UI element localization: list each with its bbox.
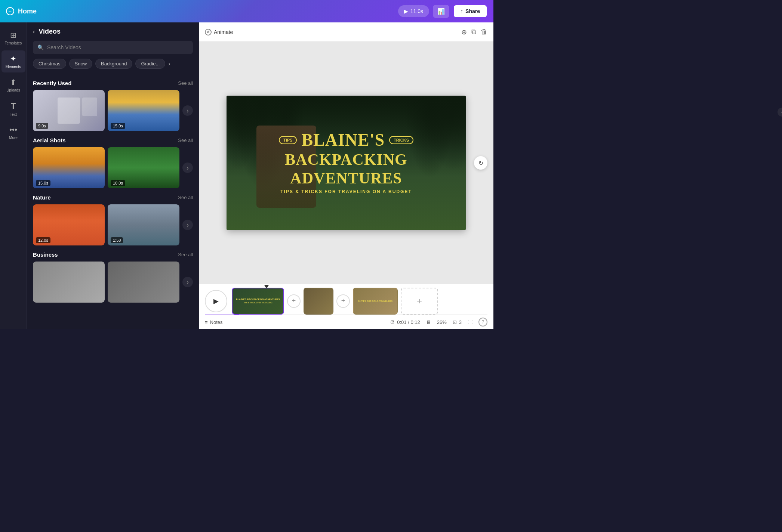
notes-button[interactable]: ≡ Notes bbox=[205, 319, 223, 325]
slides-icon: ⊡ bbox=[453, 319, 457, 325]
clip-1-subtitle: TIPS & TRICKS FOR TRAVELING bbox=[243, 301, 273, 304]
video-thumb-fog[interactable]: 1:58 bbox=[108, 204, 179, 245]
sidebar-item-elements[interactable]: ✦ Elements bbox=[1, 50, 25, 72]
video-duration-office: 9.0s bbox=[36, 123, 48, 129]
clips-track: BLAINE'S BACKPACKING ADVENTURES TIPS & T… bbox=[227, 288, 493, 315]
sidebar-templates-label: Templates bbox=[5, 41, 22, 45]
panel-back-button[interactable]: ‹ bbox=[33, 28, 35, 35]
animate-button[interactable]: ↺ Animate bbox=[205, 29, 233, 35]
sidebar-more-label: More bbox=[9, 136, 18, 140]
zoom-display[interactable]: 26% bbox=[437, 319, 447, 325]
notes-icon: ≡ bbox=[205, 319, 208, 325]
see-all-business[interactable]: See all bbox=[178, 252, 193, 257]
fullscreen-icon: ⛶ bbox=[468, 319, 472, 325]
aerial-next-arrow[interactable]: › bbox=[182, 163, 193, 173]
clip-3[interactable]: 10 TIPS FOR SOLO TRAVELERS bbox=[353, 288, 398, 315]
add-page-button[interactable]: ⊕ bbox=[461, 28, 467, 36]
delete-button[interactable]: 🗑 bbox=[481, 28, 487, 36]
see-all-aerial[interactable]: See all bbox=[178, 137, 193, 143]
recently-used-next-arrow[interactable]: › bbox=[182, 105, 193, 116]
refresh-button[interactable]: ↻ bbox=[474, 156, 487, 170]
clip-1[interactable]: BLAINE'S BACKPACKING ADVENTURES TIPS & T… bbox=[232, 288, 284, 315]
topbar-right: ▶ 11.0s 📊 ↑ Share bbox=[398, 4, 487, 18]
video-thumb-office[interactable]: 9.0s bbox=[33, 90, 105, 131]
timer-value: 0:01 / 0:12 bbox=[397, 319, 420, 325]
sidebar-item-text[interactable]: T Text bbox=[1, 98, 25, 120]
section-header-business: Business See all bbox=[33, 251, 193, 258]
preview-container[interactable]: TIPS BLAINE'S TRICKS BACKPACKING ADVENTU… bbox=[227, 96, 466, 230]
tag-snow[interactable]: Snow bbox=[69, 59, 93, 69]
search-icon: 🔍 bbox=[37, 44, 44, 50]
slides-count[interactable]: ⊡ 3 bbox=[453, 319, 462, 325]
section-title-recently-used: Recently Used bbox=[33, 80, 71, 86]
clip-2[interactable] bbox=[304, 288, 333, 315]
zoom-value: 26% bbox=[437, 319, 447, 325]
share-button[interactable]: ↑ Share bbox=[453, 4, 487, 18]
video-thumb-aerial-forest[interactable]: 10.0s bbox=[108, 147, 179, 188]
topbar: ← Home ▶ 11.0s 📊 ↑ Share bbox=[0, 0, 493, 22]
home-button[interactable]: ← Home bbox=[6, 7, 37, 15]
monitor-icon-glyph: 🖥 bbox=[426, 319, 431, 325]
clip-3-label: 10 TIPS FOR SOLO TRAVELERS bbox=[357, 299, 394, 304]
preview-background: TIPS BLAINE'S TRICKS BACKPACKING ADVENTU… bbox=[227, 96, 466, 230]
tags-more-arrow[interactable]: › bbox=[168, 61, 170, 67]
tag-background[interactable]: Background bbox=[95, 59, 132, 69]
video-duration-fog: 1:58 bbox=[111, 237, 123, 243]
see-all-nature[interactable]: See all bbox=[178, 195, 193, 200]
chart-button[interactable]: 📊 bbox=[433, 5, 449, 18]
monitor-icon[interactable]: 🖥 bbox=[426, 319, 431, 325]
videos-panel: ‹ Videos 🔍 Christmas Snow Background Gra… bbox=[27, 22, 199, 329]
section-title-business: Business bbox=[33, 251, 58, 258]
tips-tricks-row: TIPS BLAINE'S TRICKS bbox=[279, 132, 413, 149]
help-button[interactable]: ? bbox=[478, 318, 487, 327]
tag-christmas[interactable]: Christmas bbox=[33, 59, 66, 69]
clip-3-content: 10 TIPS FOR SOLO TRAVELERS bbox=[354, 288, 397, 314]
add-between-clips-1[interactable]: + bbox=[287, 294, 301, 308]
text-icon: T bbox=[11, 101, 16, 111]
sidebar-item-uploads[interactable]: ⬆ Uploads bbox=[1, 74, 25, 96]
clip-2-content bbox=[304, 288, 333, 314]
timeline: ▶ BLAINE'S BACKPACKING ADVENTURES TIPS &… bbox=[199, 284, 493, 329]
preview-subtitle: TIPS & TRICKS FOR TRAVELING ON A BUDGET bbox=[280, 189, 412, 194]
tricks-pill: TRICKS bbox=[389, 136, 413, 144]
play-duration: 11.0s bbox=[410, 8, 423, 14]
animate-label: Animate bbox=[214, 29, 233, 35]
video-thumb-business-2[interactable] bbox=[108, 262, 179, 303]
tag-gradient[interactable]: Gradie... bbox=[135, 59, 165, 69]
sidebar-item-more[interactable]: ••• More bbox=[1, 122, 25, 143]
sidebar-item-templates[interactable]: ⊞ Templates bbox=[1, 27, 25, 49]
home-title: Home bbox=[18, 7, 37, 15]
copy-button[interactable]: ⧉ bbox=[471, 28, 476, 36]
section-header-nature: Nature See all bbox=[33, 194, 193, 201]
search-input[interactable] bbox=[33, 41, 193, 54]
animate-icon: ↺ bbox=[205, 29, 212, 35]
timeline-clips: ▶ BLAINE'S BACKPACKING ADVENTURES TIPS &… bbox=[199, 288, 493, 315]
nature-next-arrow[interactable]: › bbox=[182, 220, 193, 230]
timer-display: ⏱ 0:01 / 0:12 bbox=[390, 319, 420, 325]
panel-scroll: Recently Used See all 9.0s 15.0s › bbox=[27, 74, 199, 329]
timeline-bottom-right: ⏱ 0:01 / 0:12 🖥 26% ⊡ 3 ⛶ bbox=[390, 318, 487, 327]
video-duration-aerial-forest: 10.0s bbox=[111, 180, 125, 186]
video-thumb-aerial-bridge[interactable]: 15.0s bbox=[33, 147, 105, 188]
business-next-arrow[interactable]: › bbox=[182, 277, 193, 287]
timeline-play-button[interactable]: ▶ bbox=[205, 290, 227, 312]
see-all-recently-used[interactable]: See all bbox=[178, 80, 193, 86]
video-thumb-bridge[interactable]: 15.0s bbox=[108, 90, 179, 131]
tips-pill: TIPS bbox=[279, 136, 297, 144]
play-button[interactable]: ▶ 11.0s bbox=[398, 5, 429, 17]
add-between-clips-2[interactable]: + bbox=[336, 294, 350, 308]
preview-title-line3: ADVENTURES bbox=[290, 170, 402, 186]
main-layout: ⊞ Templates ✦ Elements ⬆ Uploads T Text … bbox=[0, 22, 493, 329]
fullscreen-button[interactable]: ⛶ bbox=[468, 319, 472, 325]
add-clip-button[interactable]: + bbox=[401, 288, 438, 315]
canvas-area: ↺ Animate ⊕ ⧉ 🗑 TIPS bbox=[199, 22, 493, 329]
video-thumb-business-1[interactable] bbox=[33, 262, 105, 303]
video-thumb-autumn[interactable]: 12.0s bbox=[33, 204, 105, 245]
toolbar-right-icons: ⊕ ⧉ 🗑 bbox=[461, 28, 487, 36]
slides-value: 3 bbox=[459, 319, 462, 325]
canvas-preview: TIPS BLAINE'S TRICKS BACKPACKING ADVENTU… bbox=[199, 42, 493, 284]
clip-1-content: BLAINE'S BACKPACKING ADVENTURES TIPS & T… bbox=[233, 288, 283, 314]
back-arrow-icon: ← bbox=[6, 7, 14, 15]
sidebar-text-label: Text bbox=[10, 112, 16, 117]
more-icon: ••• bbox=[9, 126, 17, 134]
